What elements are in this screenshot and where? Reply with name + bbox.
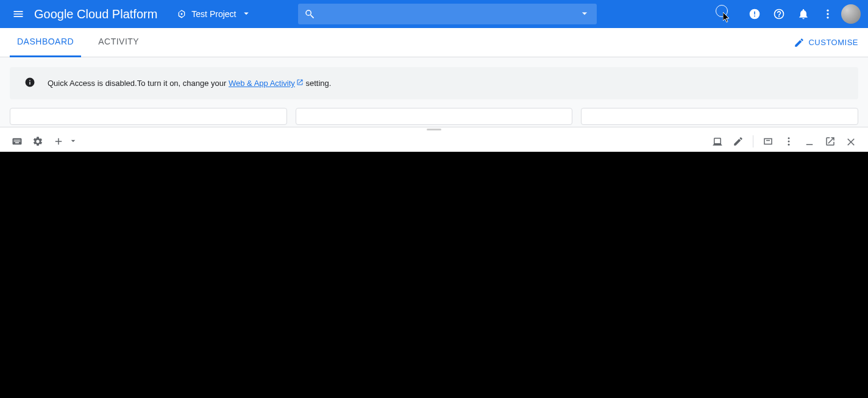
gcp-logo[interactable]: Google Cloud Platform bbox=[34, 7, 157, 21]
svg-point-4 bbox=[827, 16, 828, 18]
more-vert-icon[interactable] bbox=[779, 132, 799, 151]
topbar-right bbox=[719, 3, 861, 25]
more-vert-icon[interactable] bbox=[817, 3, 839, 25]
help-icon[interactable] bbox=[768, 3, 790, 25]
plus-icon bbox=[49, 132, 68, 151]
svg-point-6 bbox=[788, 141, 790, 143]
cloud-shell-panel bbox=[0, 127, 868, 398]
pencil-icon bbox=[794, 37, 805, 48]
web-preview-icon[interactable] bbox=[758, 132, 778, 151]
customise-label: CUSTOMISE bbox=[808, 38, 858, 47]
svg-point-2 bbox=[827, 10, 828, 12]
dashboard-card bbox=[296, 108, 573, 125]
dashboard-card bbox=[10, 108, 287, 125]
notice-text-after: setting. bbox=[304, 79, 332, 88]
content-area: Quick Access is disabled.To turn it on, … bbox=[0, 57, 868, 130]
tab-dashboard[interactable]: DASHBOARD bbox=[10, 28, 81, 57]
project-hex-icon bbox=[177, 9, 187, 19]
minimize-icon[interactable] bbox=[800, 132, 819, 151]
close-icon[interactable] bbox=[841, 132, 861, 151]
topbar: Google Cloud Platform Test Project bbox=[0, 0, 868, 28]
caret-down-icon bbox=[68, 136, 78, 147]
quick-access-notice: Quick Access is disabled.To turn it on, … bbox=[10, 67, 858, 99]
search-bar[interactable] bbox=[298, 4, 597, 24]
svg-point-0 bbox=[181, 13, 183, 15]
project-name: Test Project bbox=[191, 9, 236, 19]
avatar[interactable] bbox=[841, 4, 861, 24]
dashboard-card bbox=[581, 108, 858, 125]
edit-icon[interactable] bbox=[728, 132, 748, 151]
customise-button[interactable]: CUSTOMISE bbox=[794, 37, 858, 48]
cloud-shell-icon[interactable] bbox=[719, 3, 741, 25]
tab-row: DASHBOARD ACTIVITY CUSTOMISE bbox=[0, 28, 868, 57]
new-tab-button[interactable] bbox=[49, 132, 78, 151]
notice-text: Quick Access is disabled.To turn it on, … bbox=[48, 79, 331, 88]
alert-icon[interactable] bbox=[744, 3, 766, 25]
caret-down-icon bbox=[241, 8, 252, 21]
project-selector[interactable]: Test Project bbox=[172, 5, 257, 23]
terminal[interactable] bbox=[0, 152, 868, 398]
toolbar-separator bbox=[753, 135, 753, 147]
search-input[interactable] bbox=[320, 9, 574, 19]
svg-point-3 bbox=[827, 13, 828, 15]
notice-text-before: Quick Access is disabled.To turn it on, … bbox=[48, 79, 229, 88]
keyboard-icon[interactable] bbox=[7, 132, 27, 151]
open-new-window-icon[interactable] bbox=[820, 132, 840, 151]
notifications-icon[interactable] bbox=[792, 3, 814, 25]
laptop-icon[interactable] bbox=[708, 132, 727, 151]
search-icon bbox=[304, 9, 315, 20]
shell-toolbar bbox=[0, 131, 868, 152]
search-dropdown-icon[interactable] bbox=[578, 7, 591, 21]
external-link-icon bbox=[296, 79, 304, 86]
web-app-activity-link[interactable]: Web & App Activity bbox=[229, 79, 304, 88]
cards-row bbox=[10, 108, 858, 125]
gear-icon[interactable] bbox=[28, 132, 48, 151]
svg-point-5 bbox=[788, 137, 790, 139]
info-icon bbox=[24, 77, 35, 90]
svg-point-7 bbox=[788, 144, 790, 146]
hamburger-menu-icon[interactable] bbox=[7, 3, 29, 25]
tab-activity[interactable]: ACTIVITY bbox=[91, 28, 146, 57]
